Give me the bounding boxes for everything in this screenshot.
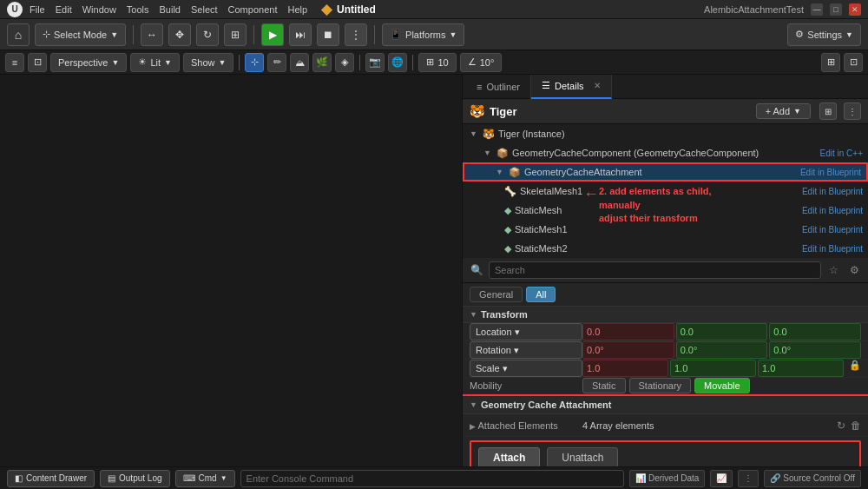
outliner-tab[interactable]: ≡ Outliner: [466, 75, 531, 99]
rotation-dropdown[interactable]: Rotation ▾: [470, 341, 582, 359]
menu-tools[interactable]: Tools: [127, 4, 149, 15]
menu-bar[interactable]: File Edit Window Tools Build Select Comp…: [30, 4, 307, 15]
toolbar-separator-2: [253, 25, 254, 44]
viewport-menu-button[interactable]: ≡: [5, 53, 24, 72]
tree-item-geo-attachment[interactable]: ▼ 📦 GeometryCacheAttachment Edit in Blue…: [463, 162, 868, 182]
scale-x[interactable]: 1.0: [582, 360, 668, 377]
more-options-button[interactable]: ⋮: [738, 470, 759, 487]
filter-tabs: General All: [463, 283, 868, 307]
geo-attachment-icon: 📦: [509, 167, 521, 178]
location-y[interactable]: 0.0: [676, 323, 768, 340]
platforms-button[interactable]: 📱 Platforms ▼: [382, 23, 464, 46]
landscape-icon-btn[interactable]: ⛰: [290, 53, 309, 72]
perspective-button[interactable]: Perspective ▼: [50, 53, 127, 72]
details-tab[interactable]: ☰ Details ✕: [531, 75, 612, 99]
search-input[interactable]: [489, 261, 821, 279]
derived-data-button[interactable]: 📊 Derived Data: [629, 470, 705, 487]
tree-item-tiger-instance[interactable]: ▼ 🐯 Tiger (Instance): [463, 124, 868, 143]
scale-y[interactable]: 1.0: [670, 360, 756, 377]
camera-icon-btn[interactable]: 📷: [365, 53, 385, 72]
edit-blueprint-link-1[interactable]: Edit in Blueprint: [800, 168, 861, 177]
refresh-icon[interactable]: ↻: [837, 420, 845, 432]
mobility-static[interactable]: Static: [582, 378, 626, 393]
lit-button[interactable]: ☀ Lit ▼: [130, 53, 180, 72]
filter-general-tab[interactable]: General: [470, 287, 523, 302]
chevron-down-icon-6: ▼: [218, 58, 226, 67]
geo-action-icons: ↻ 🗑: [837, 420, 861, 432]
menu-file[interactable]: File: [30, 4, 45, 15]
console-input[interactable]: [240, 470, 624, 487]
grid-size-btn[interactable]: ⊞ 10: [418, 53, 456, 72]
tree-item-static-mesh-1[interactable]: ◆ StaticMesh1 Edit in Blueprint: [463, 220, 868, 239]
trash-icon[interactable]: 🗑: [851, 420, 861, 432]
play-options-button[interactable]: ⋮: [345, 23, 367, 46]
transform-section-header[interactable]: ▼ Transform: [463, 307, 868, 323]
select-icon-btn[interactable]: ⊹: [245, 53, 264, 72]
stop-button[interactable]: ⏹: [317, 23, 339, 46]
location-x[interactable]: 0.0: [582, 323, 674, 340]
simulate-button[interactable]: ⏭: [289, 23, 312, 46]
rotation-z[interactable]: 0.0°: [769, 341, 861, 359]
bookmark-icon[interactable]: ☆: [825, 261, 842, 279]
settings-icon[interactable]: ⚙: [845, 261, 863, 279]
angle-btn[interactable]: ∠ 10°: [460, 53, 503, 72]
location-dropdown[interactable]: Location ▾: [470, 323, 582, 340]
menu-help[interactable]: Help: [287, 4, 307, 15]
menu-edit[interactable]: Edit: [56, 4, 72, 15]
edit-blueprint-link-2[interactable]: Edit in Blueprint: [802, 187, 863, 196]
source-control-button[interactable]: 🔗 Source Control Off: [764, 470, 861, 487]
edit-blueprint-link-3[interactable]: Edit in Blueprint: [802, 206, 863, 215]
play-button[interactable]: ▶: [261, 23, 284, 46]
mobility-movable[interactable]: Movable: [694, 378, 750, 393]
stats-button[interactable]: 📈: [710, 470, 733, 487]
title-bar: U File Edit Window Tools Build Select Co…: [0, 0, 868, 19]
lock-icon[interactable]: 🔒: [849, 360, 861, 377]
edit-blueprint-link-4[interactable]: Edit in Blueprint: [802, 225, 863, 235]
geo-section-header[interactable]: ▼ Geometry Cache Attachment: [463, 394, 868, 414]
rotation-y[interactable]: 0.0°: [676, 341, 768, 359]
move-button[interactable]: ✥: [168, 23, 191, 46]
output-log-button[interactable]: ▤ Output Log: [100, 470, 169, 487]
minimize-button[interactable]: —: [811, 3, 823, 16]
add-button[interactable]: + Add ▼: [756, 103, 811, 119]
home-button[interactable]: ⌂: [7, 23, 30, 46]
edit-cpp-link[interactable]: Edit in C++: [820, 149, 863, 158]
maximize-button[interactable]: □: [830, 3, 842, 16]
outliner-view-options[interactable]: ⊞: [819, 102, 837, 120]
select-mode-button[interactable]: ⊹ Select Mode ▼: [35, 23, 126, 46]
attach-button[interactable]: Attach: [478, 447, 540, 466]
filter-all-tab[interactable]: All: [526, 287, 556, 302]
rotation-x[interactable]: 0.0°: [582, 341, 674, 359]
location-z[interactable]: 0.0: [769, 323, 861, 340]
tree-item-static-mesh[interactable]: ◆ StaticMesh Edit in Blueprint: [463, 201, 868, 220]
foliage-icon-btn[interactable]: 🌿: [312, 53, 332, 72]
tree-item-skeletal-mesh[interactable]: 🦴 SkeletalMesh1 Edit in Blueprint: [463, 182, 868, 201]
unattach-button[interactable]: Unattach: [547, 447, 618, 466]
menu-component[interactable]: Component: [228, 4, 278, 15]
transform-button[interactable]: ↔: [141, 23, 163, 46]
edit-blueprint-link-5[interactable]: Edit in Blueprint: [802, 244, 863, 254]
menu-build[interactable]: Build: [160, 4, 181, 15]
mobility-stationary[interactable]: Stationary: [629, 378, 692, 393]
paint-icon-btn[interactable]: ✏: [267, 53, 286, 72]
content-drawer-button[interactable]: ◧ Content Drawer: [7, 470, 95, 487]
close-button[interactable]: ✕: [849, 3, 861, 16]
tree-item-geometry-cache[interactable]: ▼ 📦 GeometryCacheComponent (GeometryCach…: [463, 143, 868, 162]
outliner-settings[interactable]: ⋮: [844, 102, 861, 120]
close-details-tab[interactable]: ✕: [594, 81, 601, 90]
scale-dropdown[interactable]: Scale ▾: [470, 360, 582, 377]
settings-button[interactable]: ⚙ Settings ▼: [787, 23, 861, 46]
menu-window[interactable]: Window: [82, 4, 116, 15]
maximize-viewport-button[interactable]: ⊡: [28, 53, 47, 72]
mesh-edit-icon-btn[interactable]: ◈: [335, 53, 354, 72]
world-icon-btn[interactable]: 🌐: [388, 53, 407, 72]
show-button[interactable]: Show ▼: [183, 53, 233, 72]
menu-select[interactable]: Select: [191, 4, 218, 15]
options-icon-btn[interactable]: ⊡: [844, 53, 863, 72]
scale-button[interactable]: ⊞: [224, 23, 247, 46]
scale-z[interactable]: 1.0: [758, 360, 844, 377]
cmd-button[interactable]: ⌨ Cmd ▼: [175, 470, 235, 487]
rotate-button[interactable]: ↻: [196, 23, 219, 46]
expand-icon-btn[interactable]: ⊞: [821, 53, 840, 72]
tree-item-static-mesh-2[interactable]: ◆ StaticMesh2 Edit in Blueprint: [463, 239, 868, 258]
